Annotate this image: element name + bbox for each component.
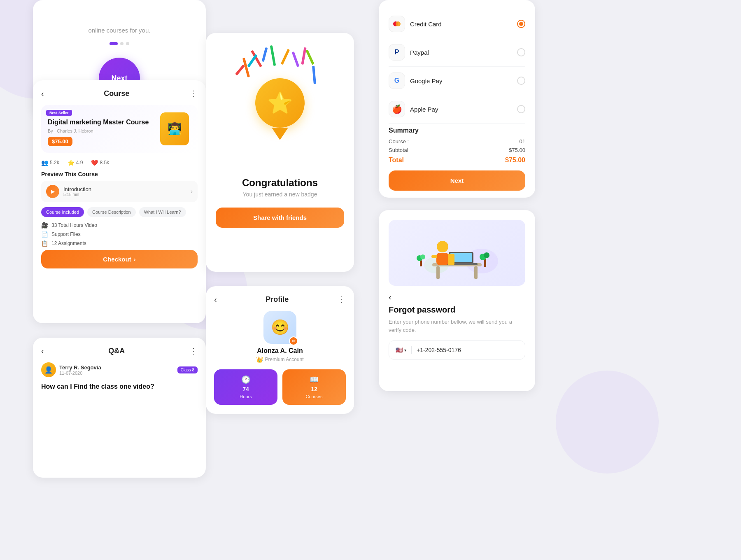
checkout-label: Checkout (103, 256, 131, 263)
profile-card: ‹ Profile ⋮ 😊 ✏ Alonza A. Cain 👑 Premium… (206, 286, 354, 414)
forgot-illustration (389, 220, 525, 286)
svg-point-16 (484, 252, 489, 258)
course-name: Digital marketing Master Course (48, 118, 153, 127)
qa-class-badge: Class 8 (177, 366, 198, 373)
forgot-back-button[interactable]: ‹ (389, 292, 391, 302)
dot-2 (120, 42, 124, 45)
creditcard-radio[interactable] (517, 20, 525, 28)
hours-stat-card: 🕐 74 Hours (214, 369, 277, 405)
qa-menu-button[interactable]: ⋮ (189, 346, 198, 356)
premium-badge: 👑 Premium Account (214, 356, 346, 363)
rating-stat: ⭐ 4.9 (68, 159, 83, 166)
profile-title: Profile (266, 295, 289, 304)
file-icon: 📄 (41, 231, 48, 238)
subtotal-row: Subtotal $75.00 (389, 147, 525, 153)
svg-rect-14 (484, 259, 486, 267)
flag-selector[interactable]: 🇺🇸 ▾ (396, 347, 406, 353)
payment-row-applepay: 🍎 Apple Pay (389, 95, 525, 124)
svg-rect-6 (474, 266, 478, 279)
total-row: Total $75.00 (389, 156, 525, 164)
phone-input-row[interactable]: 🇺🇸 ▾ +1-202-555-0176 (389, 341, 525, 359)
qa-date: 11-07-2020 (59, 371, 101, 376)
congrats-subtitle: You just earned a new badge (243, 191, 317, 198)
forgot-password-card: ‹ Forgot password Enter your phone numbe… (379, 210, 535, 391)
svg-rect-13 (448, 254, 454, 265)
summary-title: Summary (389, 127, 525, 134)
course-banner: Best Seller Digital marketing Master Cou… (41, 105, 198, 153)
qa-back-button[interactable]: ‹ (41, 346, 44, 356)
edit-avatar-button[interactable]: ✏ (289, 336, 298, 345)
payment-row-creditcard: Credit Card (389, 10, 525, 38)
course-author: By : Charles J. Hebron (48, 128, 153, 133)
googlepay-name: Google Pay (410, 77, 442, 84)
subtotal-val: $75.00 (509, 147, 525, 153)
play-button[interactable]: ▶ (46, 185, 59, 198)
intro-left: ▶ Introduction 5:18 min (46, 185, 91, 198)
share-button[interactable]: Share with friends (216, 208, 344, 228)
profile-menu-button[interactable]: ⋮ (338, 294, 346, 304)
students-icon: 👥 (41, 159, 48, 166)
qa-header: ‹ Q&A ⋮ (41, 346, 198, 356)
qa-question-text: How can I Find the class one video? (41, 382, 198, 391)
svg-point-19 (420, 254, 425, 259)
dot-3 (126, 42, 129, 45)
intro-row[interactable]: ▶ Introduction 5:18 min › (41, 181, 198, 202)
flag-icon: 🇺🇸 (396, 347, 403, 353)
profile-header: ‹ Profile ⋮ (214, 294, 346, 304)
feature-files: 📄 Support Files (41, 231, 198, 238)
clock-icon: 🕐 (241, 375, 250, 384)
likes-stat: ❤️ 8.5k (91, 159, 109, 166)
total-label: Total (389, 156, 404, 164)
profile-avatar-wrap: 😊 ✏ (263, 311, 296, 344)
course-info: Best Seller Digital marketing Master Cou… (48, 118, 153, 146)
qa-user-name: Terry R. Segovia (59, 364, 101, 371)
profile-back-button[interactable]: ‹ (214, 295, 217, 304)
checkout-button[interactable]: Checkout › (41, 250, 198, 268)
payment-row-paypal: P Paypal (389, 38, 525, 67)
googlepay-left: G Google Pay (389, 72, 442, 89)
paypal-radio[interactable] (517, 48, 525, 56)
svg-rect-11 (436, 253, 449, 265)
bestseller-tag: Best Seller (46, 110, 72, 116)
course-header: ‹ Course ⋮ (41, 89, 198, 98)
back-button[interactable]: ‹ (41, 89, 44, 98)
svg-rect-12 (431, 255, 437, 258)
video-icon: 🎥 (41, 222, 48, 229)
subtitle-text: online courses for you. (89, 27, 151, 34)
dots-indicator (110, 42, 129, 45)
payment-card: Credit Card P Paypal G Google Pay 🍎 Appl… (379, 0, 535, 198)
creditcard-logo (389, 16, 405, 32)
congratulations-card: ⭐ Congratulations You just earned a new … (206, 33, 354, 272)
courses-value: 12 (311, 386, 317, 392)
hours-text: 33 Total Hours Video (51, 222, 97, 228)
phone-value: +1-202-555-0176 (417, 347, 518, 353)
subtotal-label: Subtotal (389, 147, 408, 153)
congrats-title: Congratulations (242, 177, 318, 189)
courses-stat-card: 📖 12 Courses (282, 369, 346, 405)
course-card-title: Course (104, 89, 129, 98)
course-price: $75.00 (48, 137, 72, 146)
course-count: 01 (520, 138, 525, 145)
profile-stats-row: 🕐 74 Hours 📖 12 Courses (214, 369, 346, 405)
course-label: Course : (389, 138, 409, 145)
googlepay-radio[interactable] (517, 77, 525, 85)
payment-next-button[interactable]: Next (389, 170, 525, 191)
menu-button[interactable]: ⋮ (189, 89, 198, 98)
payment-row-googlepay: G Google Pay (389, 67, 525, 95)
book-icon: 📖 (310, 375, 319, 384)
svg-point-10 (437, 241, 448, 252)
profile-name: Alonza A. Cain (214, 347, 346, 355)
googlepay-logo: G (389, 72, 405, 89)
tab-course-desc[interactable]: Course Description (87, 207, 136, 217)
payment-summary: Summary Course : 01 Subtotal $75.00 Tota… (389, 127, 525, 164)
tab-course-included[interactable]: Course Included (41, 207, 84, 217)
radio-selected-dot (519, 22, 523, 26)
intro-duration: 5:18 min (63, 192, 91, 197)
applepay-radio[interactable] (517, 105, 525, 113)
creditcard-left: Credit Card (389, 16, 442, 32)
tab-what-learn[interactable]: What I Will Learn? (139, 207, 186, 217)
course-tabs: Course Included Course Description What … (41, 207, 198, 217)
star-icon: ⭐ (68, 159, 75, 166)
assignment-icon: 📋 (41, 240, 48, 247)
applepay-logo: 🍎 (389, 101, 405, 117)
